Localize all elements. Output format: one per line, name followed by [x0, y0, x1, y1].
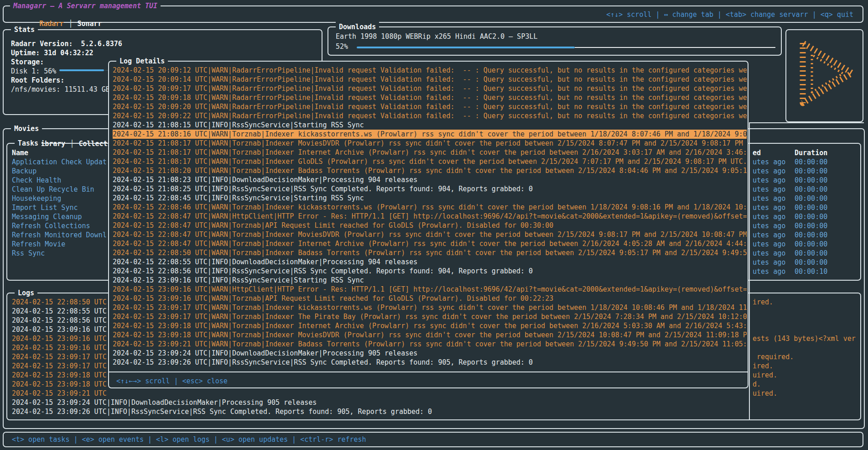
- task-row-right[interactable]: utes ago00:00:00: [753, 203, 867, 212]
- task-row-right[interactable]: utes ago00:00:00: [753, 167, 867, 176]
- footer-keybindings: <t> open tasks | <e> open events | <l> o…: [12, 435, 366, 444]
- task-row-right[interactable]: utes ago00:00:00: [753, 212, 867, 221]
- log-row-left: 2024-02-15 23:09:18 UTC: [12, 371, 107, 379]
- log-detail-row[interactable]: 2024-02-15 22:08:47 UTC|WARN|Torznab|Ind…: [113, 230, 747, 239]
- log-row-left: 2024-02-15 23:09:24 UTC|INFO|DownloadDec…: [12, 398, 317, 407]
- log-detail-row[interactable]: 2024-02-15 20:09:14 UTC|WARN|RadarrError…: [113, 75, 747, 84]
- task-row[interactable]: Check Health: [12, 176, 108, 185]
- tab-radarr[interactable]: Radarr: [39, 20, 64, 28]
- log-row[interactable]: 2024-02-15 23:09:21 UTCuired.: [12, 389, 858, 398]
- log-row-left: 2024-02-15 23:09:16 UTC: [12, 344, 107, 352]
- log-row-right-fragment: uired.: [753, 371, 777, 380]
- log-detail-row[interactable]: 2024-02-15 23:09:21 UTC|WARN|Torznab|Ind…: [113, 340, 747, 349]
- log-detail-row[interactable]: 2024-02-15 23:09:24 UTC|INFO|DownloadDec…: [113, 349, 747, 358]
- task-duration: 00:00:00: [795, 167, 827, 176]
- task-row[interactable]: Refresh Monitored Downl: [12, 230, 108, 240]
- log-detail-row[interactable]: 2024-02-15 21:08:17 UTC|WARN|Torznab|Ind…: [113, 139, 747, 148]
- log-detail-row[interactable]: 2024-02-15 22:08:45 UTC|INFO|RssSyncServ…: [113, 194, 747, 203]
- log-detail-row[interactable]: 2024-02-15 22:08:46 UTC|WARN|Torznab|Ind…: [113, 203, 747, 212]
- log-detail-row[interactable]: 2024-02-15 21:08:23 UTC|INFO|DownloadDec…: [113, 175, 747, 184]
- task-row-right[interactable]: utes ago00:00:00: [753, 157, 867, 167]
- download-item[interactable]: Earth 1998 1080p WEBRip x265 Hindi AAC2.…: [336, 32, 538, 41]
- task-row[interactable]: Import List Sync: [12, 203, 108, 212]
- task-duration: 00:00:00: [795, 194, 827, 203]
- task-row-right[interactable]: utes ago00:00:00: [753, 240, 867, 249]
- task-row[interactable]: Messaging Cleanup: [12, 212, 108, 221]
- root-folder-size: /nfs/movies: 11511.43 GB: [11, 85, 122, 94]
- right-column-top-divider: [749, 122, 864, 123]
- log-details-modal: Log Details 2024-02-15 20:09:12 UTC|WARN…: [108, 61, 748, 388]
- log-detail-row[interactable]: 2024-02-15 21:08:20 UTC|WARN|Torznab|Ind…: [113, 166, 747, 175]
- log-detail-row[interactable]: 2024-02-15 22:08:47 UTC|WARN|Torznab|API…: [113, 221, 747, 230]
- task-last-executed-fragment: utes ago: [753, 176, 785, 184]
- task-row[interactable]: Refresh Movie: [12, 240, 108, 249]
- task-duration: 00:00:00: [795, 176, 827, 185]
- log-details-list: 2024-02-15 20:09:12 UTC|WARN|RadarrError…: [113, 66, 747, 367]
- log-row-left: 2024-02-15 23:09:16 UTC: [12, 325, 107, 334]
- task-row-right[interactable]: utes ago00:00:00: [753, 221, 867, 230]
- bottom-bar: <t> open tasks | <e> open events | <l> o…: [3, 432, 863, 447]
- log-row-right-fragment: ired.: [753, 361, 773, 371]
- task-duration: 00:00:00: [795, 230, 827, 240]
- task-row-right[interactable]: utes ago00:00:00: [753, 185, 867, 194]
- log-row-left: 2024-02-15 23:09:17 UTC: [12, 362, 107, 370]
- stats-title: Stats: [11, 25, 38, 35]
- task-row-right[interactable]: utes ago00:00:00: [753, 230, 867, 240]
- task-duration: 00:00:10: [795, 267, 827, 276]
- tab-separator: │: [64, 20, 77, 28]
- task-row[interactable]: Backup: [12, 167, 108, 176]
- task-row-right[interactable]: utes ago00:00:00: [753, 258, 867, 267]
- task-row[interactable]: Housekeeping: [12, 194, 108, 203]
- log-row-left: 2024-02-15 23:09:21 UTC: [12, 389, 107, 398]
- log-detail-row[interactable]: 2024-02-15 23:09:18 UTC|WARN|Torznab|Ind…: [113, 330, 747, 340]
- log-detail-row[interactable]: 2024-02-15 22:08:47 UTC|WARN|Torznab|Ind…: [113, 239, 747, 248]
- log-row-left: 2024-02-15 23:09:18 UTC: [12, 380, 107, 388]
- log-detail-row[interactable]: 2024-02-15 23:09:16 UTC|WARN|HttpClient|…: [113, 285, 747, 294]
- task-last-executed-fragment: utes ago: [753, 167, 785, 175]
- log-detail-row[interactable]: 2024-02-15 23:09:17 UTC|WARN|Torznab|Ind…: [113, 312, 747, 321]
- task-row-right[interactable]: utes ago00:00:00: [753, 194, 867, 203]
- task-row[interactable]: Clean Up Recycle Bin: [12, 185, 108, 194]
- log-detail-row[interactable]: 2024-02-15 20:09:12 UTC|WARN|RadarrError…: [113, 66, 747, 75]
- task-duration: 00:00:00: [795, 249, 827, 258]
- log-detail-row[interactable]: 2024-02-15 21:08:17 UTC|WARN|Torznab|Ind…: [113, 157, 747, 166]
- task-row-right[interactable]: utes ago00:00:00: [753, 176, 867, 185]
- task-list-right-columns: utes ago00:00:00utes ago00:00:00utes ago…: [753, 157, 867, 276]
- log-detail-row[interactable]: 2024-02-15 20:09:18 UTC|WARN|RadarrError…: [113, 93, 747, 102]
- task-last-executed-fragment: utes ago: [753, 204, 785, 212]
- task-duration: 00:00:00: [795, 221, 827, 230]
- log-detail-row[interactable]: 2024-02-15 21:08:15 UTC|INFO|RssSyncServ…: [113, 120, 747, 130]
- task-row[interactable]: Rss Sync: [12, 249, 108, 258]
- log-detail-row[interactable]: 2024-02-15 22:08:55 UTC|INFO|DownloadDec…: [113, 257, 747, 267]
- log-detail-row[interactable]: 2024-02-15 22:08:56 UTC|INFO|RssSyncServ…: [113, 267, 747, 276]
- disk-usage-gauge: [59, 69, 104, 71]
- log-detail-row[interactable]: 2024-02-15 22:08:50 UTC|WARN|Torznab|Ind…: [113, 248, 747, 257]
- log-row[interactable]: 2024-02-15 23:09:26 UTC|INFO|RssSyncServ…: [12, 407, 858, 416]
- tab-sonarr[interactable]: Sonarr: [77, 20, 102, 28]
- log-row[interactable]: 2024-02-15 23:09:24 UTC|INFO|DownloadDec…: [12, 398, 858, 407]
- task-duration: 00:00:00: [795, 185, 827, 194]
- managarr-logo-icon: [786, 30, 863, 121]
- log-detail-row[interactable]: 2024-02-15 23:09:17 UTC|WARN|Torznab|Ind…: [113, 303, 747, 312]
- modal-keybindings: <↑↓←→> scroll | <esc> close: [116, 377, 228, 386]
- task-row-right[interactable]: utes ago00:00:10: [753, 267, 867, 276]
- log-detail-row[interactable]: 2024-02-15 23:09:16 UTC|INFO|RssSyncServ…: [113, 276, 747, 285]
- log-row-right-fragment: required.: [753, 352, 794, 361]
- task-row-right[interactable]: utes ago00:00:00: [753, 249, 867, 258]
- log-detail-row-selected[interactable]: 2024-02-15 21:08:16 UTC|WARN|Torznab|Ind…: [113, 130, 747, 139]
- log-row-right-fragment: ests (143 bytes)<?xml ver: [753, 334, 856, 343]
- log-detail-row[interactable]: 2024-02-15 21:08:25 UTC|INFO|RssSyncServ…: [113, 184, 747, 194]
- task-row[interactable]: Refresh Collections: [12, 221, 108, 230]
- tasks-title: Tasks: [15, 138, 42, 148]
- log-detail-row[interactable]: 2024-02-15 20:09:20 UTC|WARN|RadarrError…: [113, 102, 747, 111]
- log-row-left: 2024-02-15 23:09:17 UTC: [12, 353, 107, 361]
- task-row[interactable]: Application Check Updat: [12, 157, 108, 167]
- log-detail-row[interactable]: 2024-02-15 20:09:22 UTC|WARN|RadarrError…: [113, 111, 747, 120]
- log-detail-row[interactable]: 2024-02-15 23:09:18 UTC|WARN|Torznab|Ind…: [113, 321, 747, 330]
- log-detail-row[interactable]: 2024-02-15 21:08:17 UTC|WARN|Torznab|Ind…: [113, 148, 747, 157]
- log-detail-row[interactable]: 2024-02-15 22:08:47 UTC|WARN|HttpClient|…: [113, 212, 747, 221]
- terminal-screen: Managarr – A Servarr management TUI Rada…: [0, 0, 868, 450]
- log-detail-row[interactable]: 2024-02-15 20:09:17 UTC|WARN|RadarrError…: [113, 84, 747, 93]
- log-detail-row[interactable]: 2024-02-15 23:09:26 UTC|INFO|RssSyncServ…: [113, 358, 747, 367]
- log-detail-row[interactable]: 2024-02-15 23:09:16 UTC|WARN|Torznab|API…: [113, 294, 747, 303]
